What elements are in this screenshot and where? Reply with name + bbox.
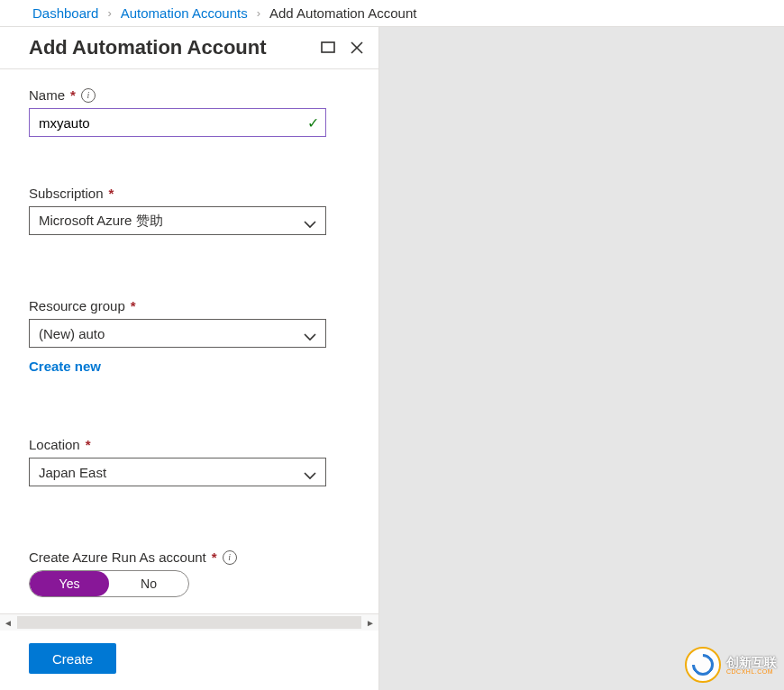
info-icon[interactable]: i — [81, 88, 96, 103]
watermark-logo: 创新互联 CDCXHL.COM — [685, 647, 777, 683]
create-new-link[interactable]: Create new — [29, 359, 101, 374]
scroll-track[interactable] — [17, 616, 361, 629]
location-value: Japan East — [39, 465, 316, 480]
run-as-toggle: Yes No — [29, 570, 189, 597]
location-label: Location — [29, 437, 80, 452]
toggle-yes[interactable]: Yes — [30, 571, 109, 596]
scroll-left-arrow[interactable]: ◄ — [0, 614, 16, 631]
svg-rect-0 — [322, 42, 334, 52]
add-automation-account-blade: Add Automation Account Name * i — [0, 27, 379, 690]
resource-group-label: Resource group — [29, 298, 125, 313]
field-subscription: Subscription * Microsoft Azure 赞助 — [29, 186, 357, 235]
watermark-text-1: 创新互联 — [726, 656, 777, 668]
breadcrumb-automation-accounts[interactable]: Automation Accounts — [121, 5, 248, 21]
toggle-no[interactable]: No — [109, 571, 188, 596]
watermark-text-2: CDCXHL.COM — [726, 668, 777, 675]
horizontal-scrollbar[interactable]: ◄ ► — [0, 613, 378, 631]
blade-body[interactable]: Name * i ✓ Subscription * — [0, 69, 378, 613]
field-run-as: Create Azure Run As account * i Yes No — [29, 549, 357, 597]
chevron-down-icon — [304, 468, 316, 483]
name-input[interactable] — [29, 108, 326, 137]
required-marker: * — [70, 87, 76, 103]
watermark-icon — [685, 647, 721, 683]
breadcrumb: Dashboard › Automation Accounts › Add Au… — [0, 0, 784, 26]
breadcrumb-sep-2: › — [257, 6, 260, 20]
required-marker: * — [109, 186, 114, 201]
maximize-icon[interactable] — [319, 39, 337, 57]
create-button[interactable]: Create — [29, 643, 116, 674]
subscription-dropdown[interactable]: Microsoft Azure 赞助 — [29, 206, 326, 235]
location-dropdown[interactable]: Japan East — [29, 458, 326, 486]
breadcrumb-sep-1: › — [107, 6, 111, 20]
scroll-right-arrow[interactable]: ► — [362, 614, 378, 631]
required-marker: * — [131, 298, 136, 313]
chevron-down-icon — [304, 216, 316, 232]
empty-pane — [379, 27, 784, 690]
chevron-down-icon — [304, 329, 316, 344]
resource-group-dropdown[interactable]: (New) auto — [29, 319, 326, 348]
close-icon[interactable] — [348, 39, 366, 57]
info-icon[interactable]: i — [223, 550, 237, 565]
run-as-label: Create Azure Run As account — [29, 549, 206, 565]
field-name: Name * i ✓ — [29, 87, 357, 137]
subscription-label: Subscription — [29, 186, 104, 201]
required-marker: * — [86, 437, 91, 452]
blade-title: Add Automation Account — [29, 36, 308, 59]
check-icon: ✓ — [307, 114, 319, 132]
breadcrumb-dashboard[interactable]: Dashboard — [32, 5, 98, 21]
resource-group-value: (New) auto — [39, 326, 316, 341]
name-label: Name — [29, 87, 65, 103]
blade-footer: Create — [0, 631, 378, 690]
required-marker: * — [212, 549, 217, 565]
field-location: Location * Japan East — [29, 437, 357, 486]
subscription-value: Microsoft Azure 赞助 — [39, 213, 316, 230]
field-resource-group: Resource group * (New) auto Create new — [29, 298, 357, 374]
breadcrumb-current: Add Automation Account — [269, 5, 416, 21]
blade-header: Add Automation Account — [0, 27, 378, 69]
